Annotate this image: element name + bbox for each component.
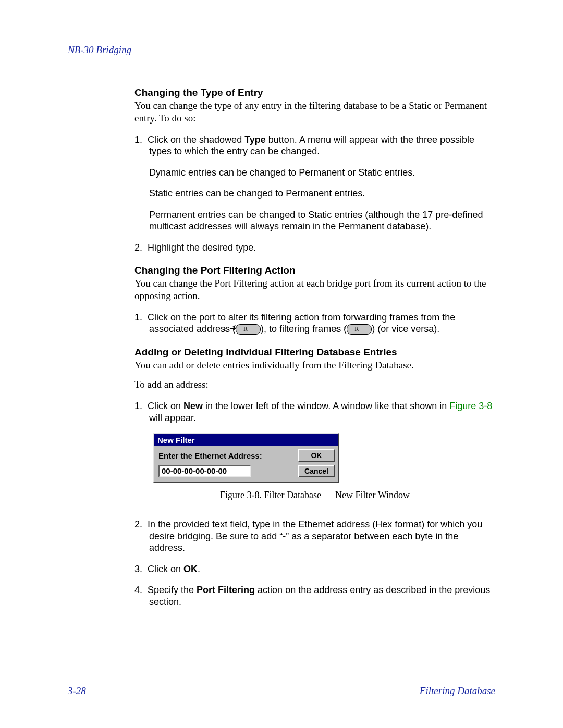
list-num: 2. xyxy=(134,242,142,253)
s1-step-1: 1. Click on the shadowed Type button. A … xyxy=(134,134,495,232)
footer-rule xyxy=(68,682,495,682)
s1-step-2: 2. Highlight the desired type. xyxy=(134,242,495,254)
text: Click on xyxy=(148,401,183,411)
header-title: NB-30 Bridging xyxy=(68,44,495,56)
text: will appear. xyxy=(149,413,196,423)
s1-step1-sub1: Dynamic entries can be changed to Perman… xyxy=(149,167,495,179)
text: Specify the xyxy=(148,585,197,595)
text: Click on xyxy=(148,564,183,574)
list-num: 1. xyxy=(134,401,142,411)
cancel-button[interactable]: Cancel xyxy=(298,465,335,477)
page-number: 3-28 xyxy=(68,685,86,697)
filter-icon: E›|R xyxy=(347,324,372,335)
heading-add-delete: Adding or Deleting Individual Filtering … xyxy=(134,347,495,358)
text: . xyxy=(198,564,200,574)
ethernet-address-input[interactable]: 00-00-00-00-00-00 xyxy=(158,465,251,477)
forward-icon: E➔R xyxy=(236,324,261,335)
list-num: 1. xyxy=(134,134,142,145)
heading-changing-type: Changing the Type of Entry xyxy=(134,87,495,98)
to-add-address: To add an address: xyxy=(134,378,495,391)
s1-step1-sub3: Permanent entries can be changed to Stat… xyxy=(149,209,495,232)
list-num: 1. xyxy=(134,312,142,323)
text: ), to filtering frames ( xyxy=(261,324,347,334)
text: In the provided text field, type in the … xyxy=(148,519,482,553)
text: Click on the shadowed xyxy=(148,134,244,145)
heading-port-filtering: Changing the Port Filtering Action xyxy=(134,265,495,276)
intro-add-delete: You can add or delete entries individual… xyxy=(134,359,495,372)
dialog-label: Enter the Ethernet Address: xyxy=(158,451,298,460)
intro-port-filtering: You can change the Port Filtering action… xyxy=(134,277,495,302)
footer-section: Filtering Database xyxy=(420,685,495,697)
figure-caption: Figure 3-8. Filter Database — New Filter… xyxy=(134,490,495,501)
dialog-title: New Filter xyxy=(154,434,338,446)
new-filter-dialog: New Filter Enter the Ethernet Address: O… xyxy=(153,433,339,483)
header-rule xyxy=(68,58,495,58)
bold-port-filtering: Port Filtering xyxy=(197,585,255,595)
s2-step-1: 1. Click on the port to alter its filter… xyxy=(134,312,495,335)
bold-new: New xyxy=(183,401,203,411)
s3-step-4: 4. Specify the Port Filtering action on … xyxy=(134,584,495,608)
s3-step-2: 2. In the provided text field, type in t… xyxy=(134,519,495,554)
s3-step-1: 1. Click on New in the lower left of the… xyxy=(134,400,495,424)
text: in the lower left of the window. A windo… xyxy=(203,401,449,411)
ok-button[interactable]: OK xyxy=(298,449,335,462)
list-num: 4. xyxy=(134,585,142,595)
text: ) (or vice versa). xyxy=(372,324,439,334)
intro-changing-type: You can change the type of any entry in … xyxy=(134,100,495,125)
s3-step-3: 3. Click on OK. xyxy=(134,563,495,575)
s1-step1-sub2: Static entries can be changed to Permane… xyxy=(149,188,495,200)
text: Highlight the desired type. xyxy=(148,242,256,253)
bold-type: Type xyxy=(244,134,266,145)
bold-ok: OK xyxy=(183,564,198,574)
figure-link[interactable]: Figure 3-8 xyxy=(449,401,492,411)
list-num: 2. xyxy=(134,519,142,529)
list-num: 3. xyxy=(134,564,142,574)
